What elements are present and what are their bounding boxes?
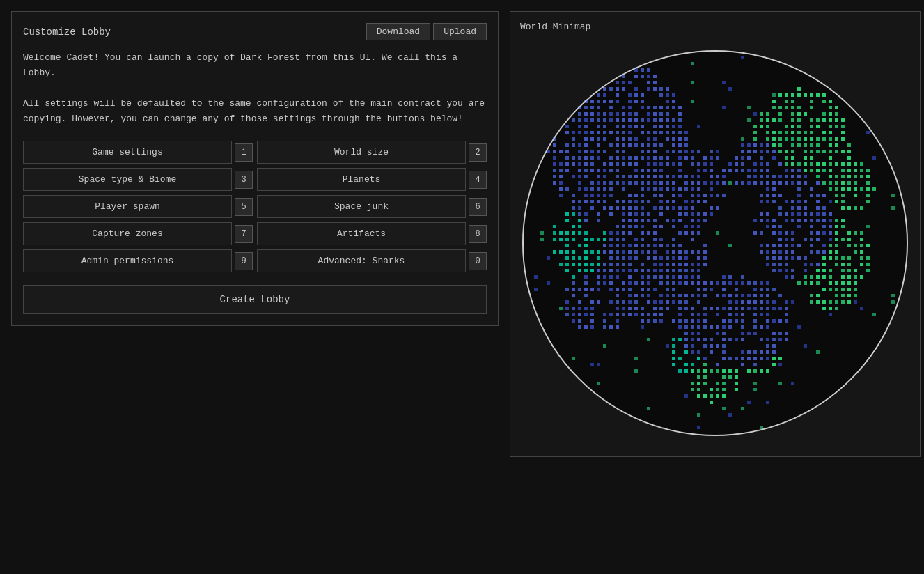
- create-lobby-button[interactable]: Create Lobby: [23, 285, 487, 314]
- admin-permissions-item: Admin permissions 9: [23, 249, 253, 272]
- planets-item: Planets 4: [257, 168, 487, 191]
- minimap-title: World Minimap: [520, 22, 910, 32]
- panel-title: Customize Lobby: [23, 26, 111, 38]
- planets-badge: 4: [469, 171, 487, 189]
- right-panel: World Minimap: [510, 11, 921, 457]
- world-size-button[interactable]: World size: [257, 141, 466, 164]
- player-spawn-item: Player spawn 5: [23, 195, 253, 218]
- space-junk-badge: 6: [469, 198, 487, 216]
- capture-zones-button[interactable]: Capture zones: [23, 222, 232, 245]
- header-buttons: Download Upload: [366, 23, 487, 40]
- minimap-canvas: [520, 48, 910, 438]
- download-button[interactable]: Download: [366, 23, 430, 40]
- game-settings-button[interactable]: Game settings: [23, 141, 232, 164]
- minimap-container: [520, 39, 910, 447]
- admin-permissions-badge: 9: [235, 252, 253, 270]
- space-type-badge: 3: [235, 171, 253, 189]
- capture-zones-badge: 7: [235, 225, 253, 243]
- capture-zones-item: Capture zones 7: [23, 222, 253, 245]
- space-junk-item: Space junk 6: [257, 195, 487, 218]
- admin-permissions-button[interactable]: Admin permissions: [23, 249, 232, 272]
- left-panel: Customize Lobby Download Upload Welcome …: [11, 11, 499, 326]
- advanced-snarks-badge: 0: [469, 252, 487, 270]
- game-settings-item: Game settings 1: [23, 141, 253, 164]
- advanced-snarks-button[interactable]: Advanced: Snarks: [257, 249, 466, 272]
- space-type-item: Space type & Biome 3: [23, 168, 253, 191]
- welcome-text: Welcome Cadet! You can launch a copy of …: [23, 50, 487, 127]
- panel-header: Customize Lobby Download Upload: [23, 23, 487, 40]
- world-size-item: World size 2: [257, 141, 487, 164]
- advanced-snarks-item: Advanced: Snarks 0: [257, 249, 487, 272]
- planets-button[interactable]: Planets: [257, 168, 466, 191]
- artifacts-button[interactable]: Artifacts: [257, 222, 466, 245]
- game-settings-badge: 1: [235, 144, 253, 162]
- artifacts-item: Artifacts 8: [257, 222, 487, 245]
- settings-grid: Game settings 1 World size 2 Space type …: [23, 141, 487, 272]
- space-junk-button[interactable]: Space junk: [257, 195, 466, 218]
- artifacts-badge: 8: [469, 225, 487, 243]
- player-spawn-button[interactable]: Player spawn: [23, 195, 232, 218]
- upload-button[interactable]: Upload: [433, 23, 487, 40]
- world-size-badge: 2: [469, 144, 487, 162]
- player-spawn-badge: 5: [235, 198, 253, 216]
- space-type-button[interactable]: Space type & Biome: [23, 168, 232, 191]
